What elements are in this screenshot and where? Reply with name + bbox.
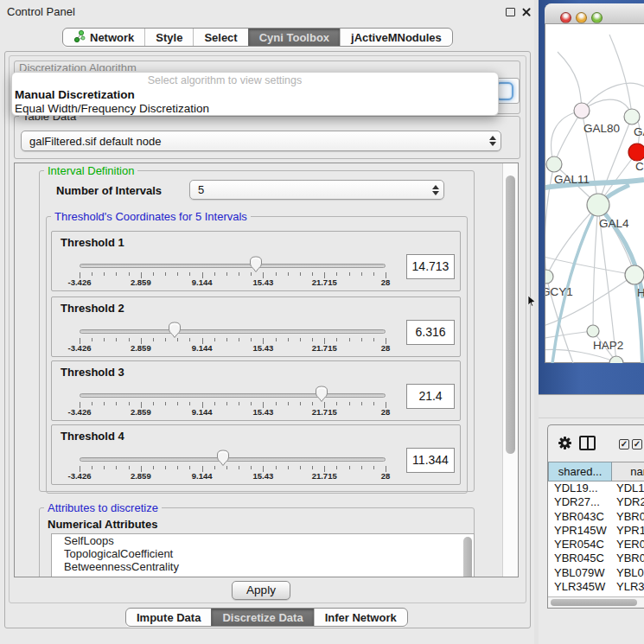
threshold-value-field[interactable]: 21.4 [406, 384, 455, 409]
viewport-scrollbar-thumb[interactable] [506, 175, 515, 454]
table-cell[interactable]: YDR2 [612, 495, 644, 509]
table-cell[interactable]: YBR0 [612, 552, 644, 565]
control-panel-titlebar: Control Panel [0, 0, 534, 24]
stepper-icon [485, 136, 501, 146]
network-edge[interactable] [558, 52, 582, 111]
network-edge[interactable] [545, 164, 554, 277]
table-row[interactable]: YDR27...YDR2 [548, 495, 644, 509]
algorithm-option[interactable]: Manual Discretization [12, 87, 498, 101]
table-cell[interactable]: YPR145W [548, 524, 612, 538]
slider-track[interactable] [80, 393, 386, 398]
table-cell[interactable]: YBR043C [548, 510, 612, 524]
network-node[interactable] [625, 265, 644, 284]
tab-jactivemnodules[interactable]: jActiveMNodules [340, 29, 452, 46]
column-header-shared[interactable]: shared... [548, 462, 612, 481]
threshold-value-field[interactable]: 11.344 [406, 448, 455, 473]
attribute-list-item[interactable]: TopologicalCoefficient [52, 547, 474, 560]
viewport-scrollbar[interactable] [502, 163, 518, 577]
tab-select[interactable]: Select [193, 29, 247, 46]
slider-thumb[interactable] [315, 386, 328, 403]
network-edge[interactable] [540, 275, 634, 327]
attribute-list-item[interactable]: SelfLoops [52, 534, 474, 547]
node-label: GA [634, 125, 644, 138]
table-cell[interactable]: YBL0 [612, 566, 644, 580]
slider-track[interactable] [80, 264, 386, 268]
slider-thumb[interactable] [168, 322, 182, 339]
node-label: GCY1 [541, 285, 573, 298]
column-header-name[interactable]: name [612, 462, 644, 481]
list-scrollbar-thumb[interactable] [463, 537, 472, 577]
number-of-intervals-value: 5 [190, 183, 428, 196]
table-cell[interactable]: YER054C [548, 538, 612, 552]
threshold-label: Threshold 3 [61, 366, 124, 379]
table-row[interactable]: YER054CYER0 [548, 538, 644, 552]
threshold-value-field[interactable]: 14.713 [406, 254, 455, 279]
table-row[interactable]: YBL079WYBL0 [548, 566, 644, 580]
network-edge[interactable] [554, 111, 582, 164]
table-cell[interactable]: YBR045C [548, 552, 612, 565]
table-cell[interactable]: YLR3 [612, 580, 644, 594]
table-row[interactable]: YDL19...YDL1 [548, 481, 644, 495]
network-node[interactable] [587, 325, 599, 337]
table-hscrollbar[interactable] [548, 596, 644, 607]
tab-infer-network[interactable]: Infer Network [314, 609, 407, 626]
split-columns-icon[interactable] [579, 436, 596, 450]
network-node[interactable] [609, 356, 623, 370]
network-edge[interactable] [598, 205, 634, 275]
network-node[interactable] [574, 103, 590, 118]
tab-network[interactable]: Network [63, 29, 144, 46]
tab-style[interactable]: Style [144, 29, 193, 46]
slider-track[interactable] [80, 329, 386, 334]
settings-scroll-viewport: Interval Definition Number of Intervals … [14, 163, 519, 577]
network-node[interactable] [539, 270, 553, 284]
network-edge[interactable] [540, 256, 634, 275]
number-of-intervals-label: Number of Intervals [56, 184, 162, 197]
network-edge-thick[interactable] [552, 205, 598, 363]
network-node[interactable] [587, 194, 609, 216]
checkbox-checked-icon[interactable]: ✓ [632, 439, 642, 450]
apply-button[interactable]: Apply [232, 581, 290, 600]
node-label: H [637, 286, 644, 299]
table-row[interactable]: YBR045CYBR0 [548, 552, 644, 565]
numerical-attributes-list[interactable]: SelfLoopsTopologicalCoefficientBetweenne… [51, 533, 475, 577]
close-icon[interactable] [521, 7, 532, 17]
tick-label: 2.859 [131, 343, 151, 353]
tick-label: 9.144 [192, 471, 213, 481]
network-node[interactable] [546, 156, 562, 172]
network-node[interactable] [624, 109, 640, 124]
checkbox-checked-icon[interactable]: ✓ [619, 439, 629, 450]
threshold-value-field[interactable]: 6.316 [406, 320, 455, 345]
network-canvas[interactable]: GAL80GACGAL11GAL4GCY1HHAP2 [539, 0, 644, 394]
slider-thumb[interactable] [249, 256, 263, 273]
table-cell[interactable]: YDR27... [548, 495, 612, 509]
table-data-combo[interactable]: galFiltered.sif default node [21, 131, 501, 151]
slider-tick-labels: -3.4262.8599.14415.4321.71528 [80, 471, 386, 481]
table-cell[interactable]: YBR0 [612, 510, 644, 524]
network-edge[interactable] [609, 35, 632, 117]
tab-impute-data[interactable]: Impute Data [126, 609, 211, 626]
float-panel-icon[interactable] [506, 8, 515, 16]
table-hscrollbar-thumb[interactable] [551, 599, 637, 606]
table-cell[interactable]: YLR345W [548, 580, 612, 594]
table-row[interactable]: YLR345WYLR3 [548, 580, 644, 594]
table-row[interactable]: YPR145WYPR1 [548, 524, 644, 538]
network-node[interactable] [628, 143, 644, 161]
tab-cyni-toolbox[interactable]: Cyni Toolbox [248, 29, 340, 46]
table-cell[interactable]: YDL1 [612, 481, 644, 495]
table-row[interactable]: YBR043CYBR0 [548, 510, 644, 524]
table-cell[interactable]: YBL079W [548, 566, 612, 580]
slider-tick-labels: -3.4262.8599.14415.4321.71528 [80, 407, 386, 418]
network-edge[interactable] [582, 83, 644, 111]
gear-icon[interactable] [558, 436, 572, 450]
network-edge[interactable] [540, 331, 593, 339]
table-cell[interactable]: YPR1 [612, 524, 644, 538]
table-cell[interactable]: YER0 [612, 538, 644, 552]
slider-track[interactable] [80, 457, 386, 462]
number-of-intervals-combo[interactable]: 5 [189, 180, 444, 200]
tab-discretize-data[interactable]: Discretize Data [211, 609, 313, 626]
table-cell[interactable]: YDL19... [548, 481, 612, 495]
attribute-list-item[interactable]: BetweennessCentrality [52, 560, 474, 573]
slider-thumb[interactable] [216, 450, 230, 467]
tick-label: 21.715 [312, 277, 337, 287]
algorithm-option[interactable]: Equal Width/Frequency Discretization [12, 101, 498, 115]
